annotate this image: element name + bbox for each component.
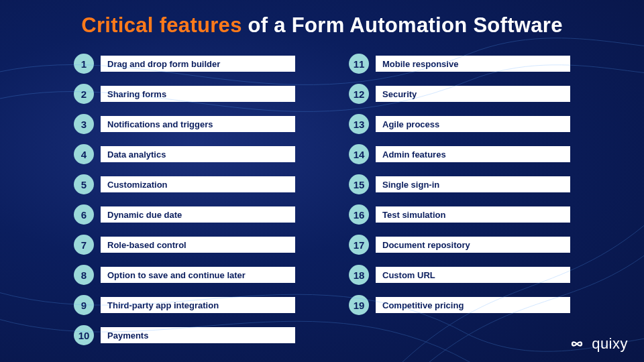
feature-label: Sharing forms	[101, 86, 295, 102]
feature-item: 2Sharing forms	[74, 84, 295, 104]
feature-item: 9Third-party app integration	[74, 295, 295, 315]
feature-number-badge: 2	[74, 84, 94, 104]
feature-item: 13Agile process	[349, 114, 570, 134]
feature-label: Role-based control	[101, 237, 295, 253]
feature-item: 18Custom URL	[349, 265, 570, 285]
feature-label: Document repository	[376, 237, 570, 253]
feature-item: 14Admin features	[349, 144, 570, 164]
feature-label: Admin features	[376, 146, 570, 162]
brand-name: quixy	[592, 335, 628, 353]
feature-column-right: 11Mobile responsive 12Security 13Agile p…	[349, 54, 570, 345]
feature-columns: 1Drag and drop form builder 2Sharing for…	[0, 54, 644, 345]
feature-item: 7Role-based control	[74, 235, 295, 255]
feature-label: Single sign-in	[376, 176, 570, 192]
feature-number-badge: 10	[74, 325, 94, 345]
feature-item: 3Notifications and triggers	[74, 114, 295, 134]
feature-label: Data analytics	[101, 146, 295, 162]
feature-number-badge: 8	[74, 265, 94, 285]
feature-number-badge: 13	[349, 114, 369, 134]
feature-number-badge: 12	[349, 84, 369, 104]
feature-label: Payments	[101, 327, 295, 343]
feature-number-badge: 6	[74, 204, 94, 225]
feature-item: 12Security	[349, 84, 570, 104]
feature-item: 1Drag and drop form builder	[74, 54, 295, 74]
feature-item: 10Payments	[74, 325, 295, 345]
title-rest: of a Form Automation Software	[242, 13, 563, 37]
feature-label: Test simulation	[376, 206, 570, 223]
feature-item: 17Document repository	[349, 235, 570, 255]
title-highlight: Critical features	[81, 13, 241, 37]
infinity-icon	[568, 337, 586, 351]
feature-number-badge: 11	[349, 54, 369, 74]
page-title: Critical features of a Form Automation S…	[0, 0, 644, 38]
feature-label: Security	[376, 86, 570, 102]
feature-number-badge: 17	[349, 235, 369, 255]
feature-label: Option to save and continue later	[101, 267, 295, 283]
feature-number-badge: 7	[74, 235, 94, 255]
feature-label: Custom URL	[376, 267, 570, 283]
feature-number-badge: 16	[349, 204, 369, 225]
feature-number-badge: 19	[349, 295, 369, 315]
feature-number-badge: 5	[74, 174, 94, 194]
feature-label: Customization	[101, 176, 295, 192]
feature-label: Competitive pricing	[376, 297, 570, 313]
feature-item: 5Customization	[74, 174, 295, 194]
feature-label: Agile process	[376, 116, 570, 132]
feature-label: Third-party app integration	[101, 297, 295, 313]
feature-item: 4Data analytics	[74, 144, 295, 164]
feature-item: 6Dynamic due date	[74, 204, 295, 225]
feature-item: 19Competitive pricing	[349, 295, 570, 315]
brand-logo: quixy	[568, 335, 628, 353]
feature-number-badge: 15	[349, 174, 369, 194]
feature-label: Mobile responsive	[376, 56, 570, 72]
feature-item: 16Test simulation	[349, 204, 570, 225]
feature-number-badge: 18	[349, 265, 369, 285]
feature-label: Notifications and triggers	[101, 116, 295, 132]
feature-label: Dynamic due date	[101, 206, 295, 223]
feature-number-badge: 9	[74, 295, 94, 315]
feature-column-left: 1Drag and drop form builder 2Sharing for…	[74, 54, 295, 345]
feature-item: 8Option to save and continue later	[74, 265, 295, 285]
feature-number-badge: 4	[74, 144, 94, 164]
feature-item: 11Mobile responsive	[349, 54, 570, 74]
feature-number-badge: 14	[349, 144, 369, 164]
feature-number-badge: 1	[74, 54, 94, 74]
feature-label: Drag and drop form builder	[101, 56, 295, 72]
feature-item: 15Single sign-in	[349, 174, 570, 194]
feature-number-badge: 3	[74, 114, 94, 134]
